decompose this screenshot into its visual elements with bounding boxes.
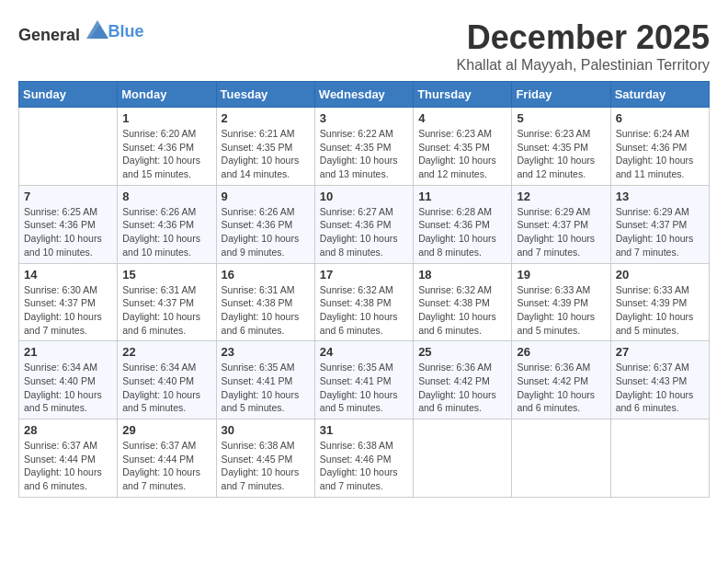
day-info: Sunrise: 6:31 AMSunset: 4:38 PMDaylight:…: [222, 283, 310, 338]
day-number: 10: [320, 190, 408, 203]
calendar-cell: 30Sunrise: 6:38 AMSunset: 4:45 PMDayligh…: [216, 419, 314, 498]
day-info: Sunrise: 6:22 AMSunset: 4:35 PMDaylight:…: [320, 127, 408, 181]
day-info: Sunrise: 6:29 AMSunset: 4:37 PMDaylight:…: [517, 205, 605, 259]
day-info: Sunrise: 6:33 AMSunset: 4:39 PMDaylight:…: [517, 283, 605, 338]
logo: General Blue: [18, 18, 144, 45]
calendar-cell: 21Sunrise: 6:34 AMSunset: 4:40 PMDayligh…: [19, 341, 118, 419]
calendar-cell: 23Sunrise: 6:35 AMSunset: 4:41 PMDayligh…: [216, 341, 314, 419]
day-info: Sunrise: 6:32 AMSunset: 4:38 PMDaylight:…: [418, 283, 506, 338]
day-info: Sunrise: 6:29 AMSunset: 4:37 PMDaylight:…: [616, 205, 704, 259]
day-number: 21: [24, 345, 112, 359]
calendar-cell: 29Sunrise: 6:37 AMSunset: 4:44 PMDayligh…: [118, 419, 216, 498]
day-number: 17: [320, 268, 408, 282]
weekday-header-monday: Monday: [118, 82, 216, 108]
day-info: Sunrise: 6:20 AMSunset: 4:36 PMDaylight:…: [122, 127, 210, 181]
day-info: Sunrise: 6:27 AMSunset: 4:36 PMDaylight:…: [320, 205, 408, 259]
week-row-5: 28Sunrise: 6:37 AMSunset: 4:44 PMDayligh…: [19, 419, 710, 498]
calendar-cell: [414, 419, 512, 498]
day-number: 4: [418, 111, 506, 125]
calendar-cell: 9Sunrise: 6:26 AMSunset: 4:36 PMDaylight…: [216, 185, 314, 263]
calendar-cell: 18Sunrise: 6:32 AMSunset: 4:38 PMDayligh…: [414, 263, 512, 341]
day-info: Sunrise: 6:36 AMSunset: 4:42 PMDaylight:…: [517, 361, 605, 415]
day-number: 14: [24, 268, 112, 282]
day-info: Sunrise: 6:26 AMSunset: 4:36 PMDaylight:…: [222, 205, 310, 259]
weekday-header-row: SundayMondayTuesdayWednesdayThursdayFrid…: [19, 82, 710, 108]
day-number: 18: [418, 268, 506, 282]
week-row-1: 1Sunrise: 6:20 AMSunset: 4:36 PMDaylight…: [19, 108, 710, 186]
logo-general: General: [18, 26, 80, 44]
weekday-header-sunday: Sunday: [19, 82, 118, 108]
day-number: 16: [222, 268, 310, 282]
day-number: 31: [320, 423, 408, 437]
day-info: Sunrise: 6:31 AMSunset: 4:37 PMDaylight:…: [122, 283, 210, 338]
day-info: Sunrise: 6:23 AMSunset: 4:35 PMDaylight:…: [418, 127, 506, 181]
week-row-2: 7Sunrise: 6:25 AMSunset: 4:36 PMDaylight…: [19, 185, 710, 263]
calendar-cell: 12Sunrise: 6:29 AMSunset: 4:37 PMDayligh…: [512, 185, 610, 263]
day-info: Sunrise: 6:35 AMSunset: 4:41 PMDaylight:…: [222, 361, 310, 415]
day-number: 3: [320, 111, 408, 125]
calendar-cell: 11Sunrise: 6:28 AMSunset: 4:36 PMDayligh…: [414, 185, 512, 263]
day-number: 6: [616, 111, 704, 125]
day-number: 12: [517, 190, 605, 203]
day-number: 5: [517, 111, 605, 125]
day-info: Sunrise: 6:32 AMSunset: 4:38 PMDaylight:…: [320, 283, 408, 338]
calendar-table: SundayMondayTuesdayWednesdayThursdayFrid…: [18, 81, 710, 498]
calendar-cell: 17Sunrise: 6:32 AMSunset: 4:38 PMDayligh…: [314, 263, 413, 341]
day-number: 13: [616, 190, 704, 203]
calendar-cell: 13Sunrise: 6:29 AMSunset: 4:37 PMDayligh…: [610, 185, 709, 263]
logo-blue: Blue: [108, 22, 144, 40]
day-number: 8: [122, 190, 210, 203]
day-info: Sunrise: 6:38 AMSunset: 4:45 PMDaylight:…: [222, 439, 310, 493]
calendar-cell: 26Sunrise: 6:36 AMSunset: 4:42 PMDayligh…: [512, 341, 610, 419]
calendar-cell: 2Sunrise: 6:21 AMSunset: 4:35 PMDaylight…: [216, 108, 314, 186]
calendar-cell: 5Sunrise: 6:23 AMSunset: 4:35 PMDaylight…: [512, 108, 610, 186]
day-info: Sunrise: 6:34 AMSunset: 4:40 PMDaylight:…: [24, 361, 112, 415]
day-info: Sunrise: 6:23 AMSunset: 4:35 PMDaylight:…: [517, 127, 605, 181]
day-number: 1: [122, 111, 210, 125]
day-number: 29: [122, 423, 210, 437]
day-info: Sunrise: 6:28 AMSunset: 4:36 PMDaylight:…: [418, 205, 506, 259]
calendar-cell: 24Sunrise: 6:35 AMSunset: 4:41 PMDayligh…: [314, 341, 413, 419]
weekday-header-saturday: Saturday: [610, 82, 709, 108]
calendar-cell: [19, 108, 118, 186]
day-info: Sunrise: 6:34 AMSunset: 4:40 PMDaylight:…: [122, 361, 210, 415]
day-info: Sunrise: 6:33 AMSunset: 4:39 PMDaylight:…: [616, 283, 704, 338]
day-number: 19: [517, 268, 605, 282]
day-info: Sunrise: 6:26 AMSunset: 4:36 PMDaylight:…: [122, 205, 210, 259]
calendar-cell: [512, 419, 610, 498]
day-info: Sunrise: 6:37 AMSunset: 4:43 PMDaylight:…: [616, 361, 704, 415]
calendar-cell: 6Sunrise: 6:24 AMSunset: 4:36 PMDaylight…: [610, 108, 709, 186]
month-title: December 2025: [457, 18, 710, 57]
day-number: 23: [222, 345, 310, 359]
calendar-cell: 14Sunrise: 6:30 AMSunset: 4:37 PMDayligh…: [19, 263, 118, 341]
day-info: Sunrise: 6:24 AMSunset: 4:36 PMDaylight:…: [616, 127, 704, 181]
weekday-header-tuesday: Tuesday: [216, 82, 314, 108]
day-number: 27: [616, 345, 704, 359]
day-info: Sunrise: 6:38 AMSunset: 4:46 PMDaylight:…: [320, 439, 408, 493]
day-info: Sunrise: 6:25 AMSunset: 4:36 PMDaylight:…: [24, 205, 112, 259]
calendar-cell: 1Sunrise: 6:20 AMSunset: 4:36 PMDaylight…: [118, 108, 216, 186]
day-number: 2: [222, 111, 310, 125]
day-info: Sunrise: 6:35 AMSunset: 4:41 PMDaylight:…: [320, 361, 408, 415]
calendar-cell: 27Sunrise: 6:37 AMSunset: 4:43 PMDayligh…: [610, 341, 709, 419]
day-number: 20: [616, 268, 704, 282]
day-number: 26: [517, 345, 605, 359]
day-number: 25: [418, 345, 506, 359]
weekday-header-thursday: Thursday: [414, 82, 512, 108]
calendar-cell: 22Sunrise: 6:34 AMSunset: 4:40 PMDayligh…: [118, 341, 216, 419]
day-number: 22: [122, 345, 210, 359]
calendar-cell: 10Sunrise: 6:27 AMSunset: 4:36 PMDayligh…: [314, 185, 413, 263]
calendar-cell: 16Sunrise: 6:31 AMSunset: 4:38 PMDayligh…: [216, 263, 314, 341]
calendar-cell: 4Sunrise: 6:23 AMSunset: 4:35 PMDaylight…: [414, 108, 512, 186]
day-number: 7: [24, 190, 112, 203]
day-number: 30: [222, 423, 310, 437]
day-number: 28: [24, 423, 112, 437]
calendar-cell: 15Sunrise: 6:31 AMSunset: 4:37 PMDayligh…: [118, 263, 216, 341]
location-title: Khallat al Mayyah, Palestinian Territory: [457, 57, 710, 74]
calendar-cell: 31Sunrise: 6:38 AMSunset: 4:46 PMDayligh…: [314, 419, 413, 498]
day-number: 24: [320, 345, 408, 359]
day-info: Sunrise: 6:37 AMSunset: 4:44 PMDaylight:…: [122, 439, 210, 493]
week-row-4: 21Sunrise: 6:34 AMSunset: 4:40 PMDayligh…: [19, 341, 710, 419]
day-info: Sunrise: 6:21 AMSunset: 4:35 PMDaylight:…: [222, 127, 310, 181]
calendar-cell: 8Sunrise: 6:26 AMSunset: 4:36 PMDaylight…: [118, 185, 216, 263]
